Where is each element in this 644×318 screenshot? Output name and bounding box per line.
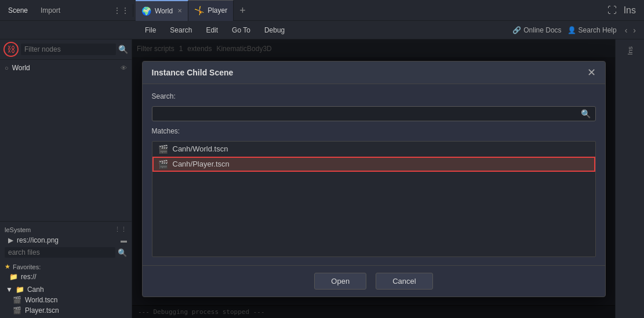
menu-debug[interactable]: Debug: [259, 24, 290, 37]
menu-goto[interactable]: Go To: [226, 24, 256, 37]
topbar-right: ⛶ Ins: [607, 4, 644, 17]
cancel-button[interactable]: Cancel: [376, 273, 432, 290]
world-tab-icon: 🌍: [141, 6, 151, 16]
player-tab-icon: 🤸: [194, 6, 204, 15]
scene-filter-bar: ⛓ 🔍: [0, 39, 132, 60]
tree-item-eye-icon[interactable]: 👁: [121, 64, 127, 71]
filesystem-header: leSystem ⋮⋮: [0, 224, 132, 235]
folder-icon-canh: 📁: [16, 286, 24, 294]
instance-child-scene-modal: Instance Child Scene ✕ Search: 🔍 Matches…: [142, 61, 606, 297]
fs-item-label: res://icon.png: [17, 236, 59, 244]
add-tab-button[interactable]: +: [234, 3, 252, 18]
fs-world-tscn[interactable]: 🎬 World.tscn: [0, 295, 132, 305]
fs-player-tscn[interactable]: 🎬 Player.tscn: [0, 305, 132, 316]
match-player-label: Canh/Player.tscn: [173, 160, 230, 168]
match-player-tscn[interactable]: 🎬 Canh/Player.tscn: [152, 157, 595, 172]
modal-overlay: Instance Child Scene ✕ Search: 🔍 Matches…: [132, 39, 615, 318]
chain-icon: ⛓: [7, 45, 15, 54]
star-icon: ★: [5, 263, 10, 270]
nav-arrows: ‹ ›: [623, 24, 638, 36]
filter-search-icon[interactable]: 🔍: [118, 45, 128, 54]
folder-canh[interactable]: ▼ 📁 Canh: [0, 284, 132, 295]
left-sidebar: ⛓ 🔍 ○ World 👁 leSystem ⋮⋮ ▶ res://icon.p…: [0, 39, 132, 318]
tree-item-label-world: World: [12, 64, 30, 72]
filesystem-label: leSystem: [5, 226, 31, 233]
favorites-label: Favorites:: [13, 263, 41, 270]
tree-node-circle: ○: [5, 64, 9, 71]
menubar-right: 🔗 Online Docs 👤 Search Help ‹ ›: [512, 24, 644, 36]
player-tscn-icon: 🎬: [13, 306, 21, 315]
search-help-button[interactable]: 👤 Search Help: [567, 26, 617, 34]
expand-icon[interactable]: ⛶: [607, 5, 617, 16]
top-bar: Scene Import ⋮⋮ 🌍 World ✕ 🤸 Player + ⛶ I…: [0, 0, 644, 21]
modal-search-input[interactable]: [157, 109, 577, 118]
fs-search-input[interactable]: [5, 247, 115, 258]
nav-forward[interactable]: ›: [631, 24, 638, 36]
import-tab[interactable]: Import: [36, 4, 65, 17]
matches-label: Matches:: [152, 127, 596, 135]
tab-player[interactable]: 🤸 Player: [188, 0, 234, 21]
folder-expand-icon: ▼: [6, 286, 13, 294]
right-sidebar: Ins: [615, 39, 644, 318]
world-tab-label: World: [155, 7, 173, 15]
favorites-header: ★ Favorites:: [0, 262, 132, 272]
menu-edit[interactable]: Edit: [200, 24, 224, 37]
matches-list: 🎬 Canh/World.tscn 🎬 Canh/Player.tscn: [152, 141, 596, 257]
filesystem-menu-icon[interactable]: ⋮⋮: [114, 226, 127, 233]
link-icon: 🔗: [512, 26, 521, 34]
right-panel-label: Ins: [627, 46, 634, 55]
modal-close-button[interactable]: ✕: [587, 67, 596, 78]
modal-title: Instance Child Scene: [152, 68, 234, 77]
tree-item-world[interactable]: ○ World 👁: [0, 62, 132, 74]
modal-search-row: 🔍: [152, 106, 596, 121]
fs-search-icon[interactable]: 🔍: [118, 248, 127, 257]
tab-world[interactable]: 🌍 World ✕: [136, 0, 188, 21]
player-tab-label: Player: [208, 6, 227, 15]
main-layout: ⛓ 🔍 ○ World 👁 leSystem ⋮⋮ ▶ res://icon.p…: [0, 39, 644, 318]
search-label: Search:: [152, 92, 596, 100]
open-button[interactable]: Open: [314, 273, 366, 290]
world-tab-close[interactable]: ✕: [177, 8, 182, 14]
search-help-icon: 👤: [567, 26, 576, 34]
fs-expand-icon: ▶: [8, 236, 13, 244]
fs-item-icon-png[interactable]: ▶ res://icon.png ▬: [0, 235, 132, 245]
scene-tab[interactable]: Scene: [3, 4, 32, 17]
editor-tabs: 🌍 World ✕ 🤸 Player +: [133, 0, 607, 21]
fs-filter-bar: 🔍: [0, 245, 132, 259]
modal-search-icon[interactable]: 🔍: [581, 109, 591, 118]
filesystem-section: leSystem ⋮⋮ ▶ res://icon.png ▬ 🔍 ★ Favor…: [0, 221, 132, 318]
fav-item-res[interactable]: 📁 res://: [0, 272, 132, 282]
menu-search[interactable]: Search: [164, 24, 198, 37]
modal-body: Search: 🔍 Matches: 🎬 Canh/World.tscn 🎬: [143, 84, 605, 265]
fs-item-badge: ▬: [121, 237, 127, 244]
match-world-label: Canh/World.tscn: [173, 144, 228, 153]
scene-panel-tabs: Scene Import ⋮⋮: [0, 4, 133, 17]
menu-file[interactable]: File: [139, 24, 162, 37]
ins-label: Ins: [621, 4, 638, 17]
world-tscn-icon: 🎬: [13, 296, 21, 304]
link-icon-circle[interactable]: ⛓: [3, 42, 19, 57]
favorites-section: ★ Favorites: 📁 res://: [0, 259, 132, 284]
modal-footer: Open Cancel: [143, 265, 605, 297]
match-world-tscn[interactable]: 🎬 Canh/World.tscn: [152, 142, 595, 157]
scene-menu-icon[interactable]: ⋮⋮: [113, 6, 129, 15]
online-docs-button[interactable]: 🔗 Online Docs: [512, 26, 561, 34]
match-world-icon: 🎬: [158, 144, 168, 154]
match-player-icon: 🎬: [158, 160, 168, 169]
folder-icon: 📁: [9, 273, 18, 281]
menu-bar: File Search Edit Go To Debug 🔗 Online Do…: [0, 21, 644, 39]
nav-back[interactable]: ‹: [623, 24, 630, 36]
modal-header: Instance Child Scene ✕: [143, 62, 605, 84]
filter-nodes-input[interactable]: [21, 44, 116, 55]
scene-tree: ○ World 👁: [0, 60, 132, 221]
center-area: Filter scripts 1 extends KinematicBody3D…: [132, 39, 615, 318]
